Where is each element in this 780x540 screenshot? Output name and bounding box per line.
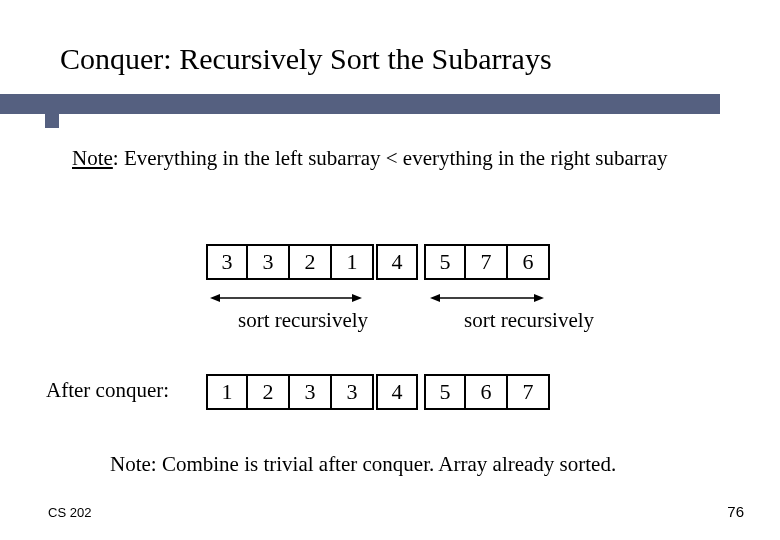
array-cell: 7 <box>466 244 508 280</box>
svg-marker-5 <box>534 294 544 302</box>
course-code: CS 202 <box>48 505 91 520</box>
note-underlined: Note <box>72 146 113 170</box>
note-text: : Everything in the left subarray < ever… <box>113 146 668 170</box>
sort-recursively-label-right: sort recursively <box>464 308 594 333</box>
page-number: 76 <box>727 503 744 520</box>
title-accent <box>45 94 59 128</box>
slide-title: Conquer: Recursively Sort the Subarrays <box>60 42 552 76</box>
array-cell: 3 <box>332 374 374 410</box>
title-bar <box>0 94 720 114</box>
combine-note: Note: Combine is trivial after conquer. … <box>110 452 616 477</box>
array-cell: 6 <box>466 374 508 410</box>
svg-marker-4 <box>430 294 440 302</box>
array-cell: 7 <box>508 374 550 410</box>
after-conquer-label: After conquer: <box>46 378 169 403</box>
svg-marker-1 <box>210 294 220 302</box>
before-pivot-cell: 4 <box>376 244 418 280</box>
array-cell: 5 <box>424 244 466 280</box>
slide: Conquer: Recursively Sort the Subarrays … <box>0 0 780 540</box>
after-pivot-cell: 4 <box>376 374 418 410</box>
sort-recursively-label-left: sort recursively <box>238 308 368 333</box>
array-cell: 6 <box>508 244 550 280</box>
array-cell: 3 <box>248 244 290 280</box>
before-right-subarray: 5 7 6 <box>424 244 550 280</box>
svg-marker-2 <box>352 294 362 302</box>
array-cell: 5 <box>424 374 466 410</box>
array-cell: 2 <box>290 244 332 280</box>
after-left-subarray: 1 2 3 3 <box>206 374 374 410</box>
array-cell: 1 <box>206 374 248 410</box>
before-left-subarray: 3 3 2 1 <box>206 244 374 280</box>
after-right-subarray: 5 6 7 <box>424 374 550 410</box>
double-arrow-icon <box>210 292 362 304</box>
double-arrow-icon <box>430 292 544 304</box>
array-cell: 3 <box>290 374 332 410</box>
array-cell: 3 <box>206 244 248 280</box>
array-cell: 1 <box>332 244 374 280</box>
array-cell: 2 <box>248 374 290 410</box>
note-line: Note: Everything in the left subarray < … <box>72 146 668 171</box>
